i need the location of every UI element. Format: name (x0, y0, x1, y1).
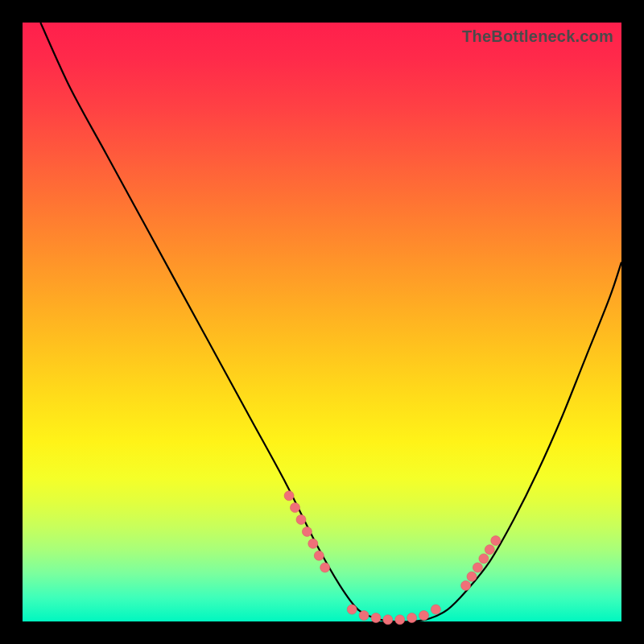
data-point (296, 515, 306, 525)
data-point (359, 611, 369, 621)
data-point (284, 491, 294, 501)
data-point (461, 580, 471, 590)
data-point (407, 613, 417, 623)
data-point (431, 605, 440, 614)
data-point (395, 615, 405, 625)
data-markers (284, 491, 501, 625)
data-point (485, 545, 494, 555)
data-point (419, 611, 429, 621)
data-point (314, 551, 324, 560)
data-point (383, 615, 393, 625)
data-point (479, 554, 489, 564)
data-point (320, 563, 330, 572)
data-point (491, 536, 501, 546)
data-point (308, 539, 318, 548)
data-point (302, 526, 312, 536)
data-point (291, 503, 300, 513)
curve-path (40, 23, 621, 621)
data-point (371, 613, 381, 623)
plot-area: TheBottleneck.com (23, 23, 621, 621)
data-point (347, 605, 357, 614)
chart-frame: TheBottleneck.com (0, 0, 644, 644)
data-point (467, 572, 477, 581)
bottleneck-curve (23, 23, 621, 621)
data-point (473, 563, 482, 572)
